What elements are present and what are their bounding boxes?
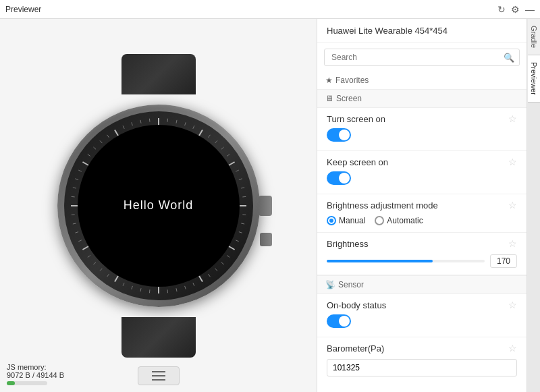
search-bar: 🔍: [324, 49, 520, 66]
svg-line-24: [208, 274, 210, 277]
svg-line-18: [238, 231, 242, 233]
radio-automatic[interactable]: Automatic: [375, 216, 423, 225]
brightness-row: Brightness ☆: [317, 233, 526, 252]
svg-line-57: [131, 122, 132, 125]
svg-line-47: [72, 187, 76, 188]
brightness-slider-row: 170: [317, 252, 526, 275]
on-body-status-toggle-row: [317, 313, 526, 337]
svg-line-41: [78, 240, 82, 241]
favorites-star-icon: ★: [325, 76, 333, 85]
svg-line-58: [140, 119, 140, 123]
svg-line-43: [72, 223, 76, 223]
brightness-mode-label: Brightness adjustment mode: [327, 200, 438, 211]
watch-body: // We'll do this in the populate script …: [57, 105, 260, 307]
watch-bezel: // We'll do this in the populate script …: [64, 111, 253, 300]
svg-line-10: [228, 162, 234, 165]
title-bar: Previewer ↻ ⚙ —: [0, 0, 540, 19]
brightness-slider[interactable]: [327, 260, 485, 262]
svg-line-2: [176, 119, 176, 123]
svg-line-53: [100, 140, 102, 143]
radio-manual[interactable]: Manual: [327, 216, 365, 225]
svg-line-31: [149, 289, 150, 293]
brightness-mode-star[interactable]: ☆: [508, 200, 517, 211]
screen-section-label: Screen: [336, 94, 362, 103]
turn-screen-on-star[interactable]: ☆: [508, 113, 517, 124]
memory-bar: [7, 381, 47, 385]
sidebar-tab-previewer[interactable]: Previewer: [528, 55, 540, 103]
barometer-star[interactable]: ☆: [508, 343, 517, 354]
turn-screen-on-toggle[interactable]: [327, 128, 351, 142]
svg-line-19: [236, 240, 239, 241]
search-input[interactable]: [324, 49, 520, 66]
svg-line-9: [227, 154, 230, 156]
svg-line-5: [199, 130, 202, 136]
refresh-icon[interactable]: ↻: [497, 4, 506, 15]
watch-screen: Hello World: [78, 125, 240, 287]
svg-line-12: [238, 178, 242, 179]
svg-line-55: [115, 130, 118, 136]
on-body-status-toggle[interactable]: [327, 314, 351, 328]
watch-band-top: [122, 54, 196, 94]
hamburger-button[interactable]: [138, 366, 180, 385]
svg-line-22: [221, 262, 223, 264]
sidebar-tab-gradle[interactable]: Gradle: [528, 19, 540, 55]
sensor-section-header: 📡 Sensor: [317, 275, 526, 294]
radio-manual-circle: [327, 216, 336, 225]
svg-line-14: [242, 196, 246, 197]
keep-screen-on-knob: [339, 173, 350, 184]
right-sidebar: Gradle Previewer: [526, 19, 540, 392]
favorites-header: ★ Favorites: [317, 72, 526, 89]
svg-line-35: [115, 275, 118, 281]
radio-manual-label: Manual: [339, 216, 365, 225]
app-title: Previewer: [5, 5, 41, 14]
radio-automatic-label: Automatic: [387, 216, 423, 225]
watch-hello-text: Hello World: [124, 198, 194, 213]
sensor-section-label: Sensor: [338, 280, 364, 289]
barometer-label: Barometer(Pa): [327, 343, 384, 354]
hamburger-line-1: [152, 371, 165, 372]
hamburger-line-2: [152, 375, 165, 376]
svg-line-4: [192, 125, 194, 129]
svg-line-49: [78, 170, 82, 171]
settings-icon[interactable]: ⚙: [511, 4, 520, 15]
keep-screen-on-star[interactable]: ☆: [508, 157, 517, 167]
main-content: // We'll do this in the populate script …: [0, 19, 540, 392]
search-icon: 🔍: [504, 53, 514, 63]
memory-label: JS memory:: [7, 363, 64, 371]
svg-line-7: [215, 140, 217, 143]
svg-line-34: [123, 283, 124, 286]
svg-line-26: [192, 283, 194, 286]
brightness-value[interactable]: 170: [490, 254, 517, 268]
svg-line-11: [236, 170, 239, 171]
turn-screen-on-row: Turn screen on ☆: [317, 108, 526, 127]
barometer-input[interactable]: [327, 359, 517, 376]
title-bar-left: Previewer: [5, 5, 41, 14]
turn-screen-on-knob: [339, 130, 350, 140]
svg-line-36: [107, 274, 109, 277]
keep-screen-on-toggle[interactable]: [327, 171, 351, 185]
svg-line-56: [123, 125, 124, 129]
svg-line-17: [241, 223, 244, 223]
on-body-status-knob: [339, 316, 350, 327]
right-panel: Huawei Lite Wearable 454*454 🔍 ★ Favorit…: [317, 19, 526, 392]
brightness-fill: [327, 260, 433, 262]
svg-line-20: [228, 246, 234, 250]
svg-line-8: [221, 147, 223, 149]
svg-line-46: [71, 196, 74, 197]
radio-automatic-circle: [375, 216, 384, 225]
screen-section-header: 🖥 Screen: [317, 89, 526, 108]
svg-line-50: [82, 162, 88, 165]
brightness-mode-radio-row: Manual Automatic: [317, 213, 526, 233]
keep-screen-on-label: Keep screen on: [327, 157, 388, 167]
svg-line-13: [241, 187, 244, 188]
turn-screen-on-toggle-row: [317, 127, 526, 151]
svg-line-48: [75, 178, 78, 179]
on-body-status-star[interactable]: ☆: [508, 300, 517, 310]
brightness-star[interactable]: ☆: [508, 238, 517, 249]
svg-line-44: [71, 215, 74, 215]
svg-line-33: [131, 285, 132, 289]
minimize-icon[interactable]: —: [525, 4, 535, 15]
watch-crown-right: [259, 196, 272, 216]
left-panel: // We'll do this in the populate script …: [0, 19, 317, 392]
svg-line-54: [107, 134, 109, 137]
